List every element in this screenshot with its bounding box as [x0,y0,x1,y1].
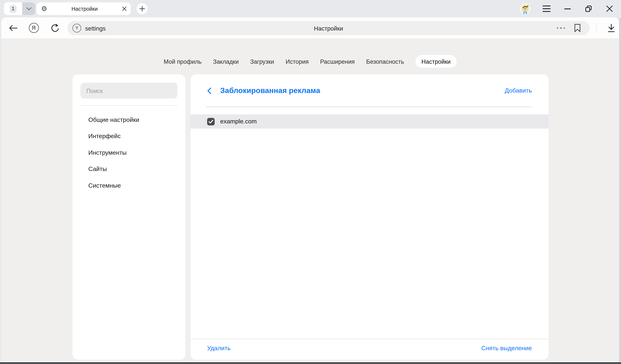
search-input[interactable] [80,83,177,98]
sidebar-item-sites[interactable]: Сайты [72,161,185,177]
check-icon [208,119,213,124]
settings-page: Мой профиль Закладки Загрузки История Ра… [1,39,619,364]
back-icon [9,25,18,31]
deselect-button[interactable]: Снять выделение [481,345,532,352]
delete-button[interactable]: Удалить [207,345,231,352]
more-icon[interactable] [557,21,565,35]
download-icon [607,24,615,32]
sidebar-item-system[interactable]: Системные [72,177,185,194]
browser-card: Я Y settings Настройки [1,17,619,364]
chevron-down-icon [26,7,32,11]
tab-group-button[interactable]: 1 [4,2,22,15]
refresh-icon [50,23,60,32]
yandex-home-button[interactable]: Я [27,17,40,38]
address-bar[interactable]: Y settings Настройки [67,21,590,35]
bookmark-icon [574,24,581,32]
avatar[interactable] [520,3,531,14]
blocked-ads-panel: Заблокированная реклама Добавить example… [190,74,549,360]
gear-icon: ⚙ [41,5,47,12]
window-bottom-shadow [0,363,621,364]
row-checkbox[interactable] [207,118,215,125]
tab-bookmarks[interactable]: Закладки [213,58,239,65]
bookmark-button[interactable] [574,24,581,32]
minimize-icon[interactable] [564,8,571,10]
footer-divider [190,339,549,339]
tab-extensions[interactable]: Расширения [320,58,355,65]
menu-icon[interactable] [543,6,551,12]
back-button[interactable] [7,17,19,38]
tab-group-dropdown[interactable] [22,2,35,15]
avatar-image [520,3,531,14]
downloads-button[interactable] [605,17,617,38]
back-chevron-icon[interactable] [207,87,211,94]
sidebar-divider [80,105,177,106]
tab-downloads[interactable]: Загрузки [250,58,274,65]
tab-history[interactable]: История [286,58,309,65]
tab-my-profile[interactable]: Мой профиль [164,58,202,65]
toolbar-divider [596,23,596,32]
blocked-domain: example.com [220,118,257,125]
tab-title: Настройки [47,6,122,12]
add-button[interactable]: Добавить [505,74,532,107]
close-tab-icon[interactable] [122,6,127,11]
tab-bar: 1 ⚙ Настройки [0,0,621,17]
page-title: Заблокированная реклама [220,74,320,107]
settings-nav-tabs: Мой профиль Закладки Загрузки История Ра… [1,55,619,68]
sidebar-item-interface[interactable]: Интерфейс [72,128,185,144]
scrollbar-track[interactable] [619,18,621,363]
close-window-icon[interactable] [606,5,613,12]
omnibox-page-title: Настройки [67,21,590,35]
sidebar-item-tools[interactable]: Инструменты [72,144,185,161]
toolbar: Я Y settings Настройки [1,17,619,39]
browser-tab[interactable]: ⚙ Настройки [36,2,131,15]
refresh-button[interactable] [49,17,61,38]
tab-group-control[interactable]: 1 [4,2,35,15]
restore-icon[interactable] [585,5,592,12]
tab-security[interactable]: Безопасность [366,58,404,65]
settings-sidebar: Общие настройки Интерфейс Инструменты Са… [72,74,185,360]
browser-window: 1 ⚙ Настройки [0,0,621,364]
tab-settings[interactable]: Настройки [416,55,457,68]
sidebar-items: Общие настройки Интерфейс Инструменты Са… [72,112,185,194]
yandex-letter: Я [32,25,35,31]
header-divider [206,107,532,107]
yandex-logo-icon: Я [29,23,39,33]
tab-group-count: 1 [12,6,15,12]
plus-icon [139,6,145,12]
panel-header: Заблокированная реклама Добавить [190,74,549,107]
list-item[interactable]: example.com [190,114,549,129]
new-tab-button[interactable] [137,3,148,14]
sidebar-item-general[interactable]: Общие настройки [72,112,185,128]
